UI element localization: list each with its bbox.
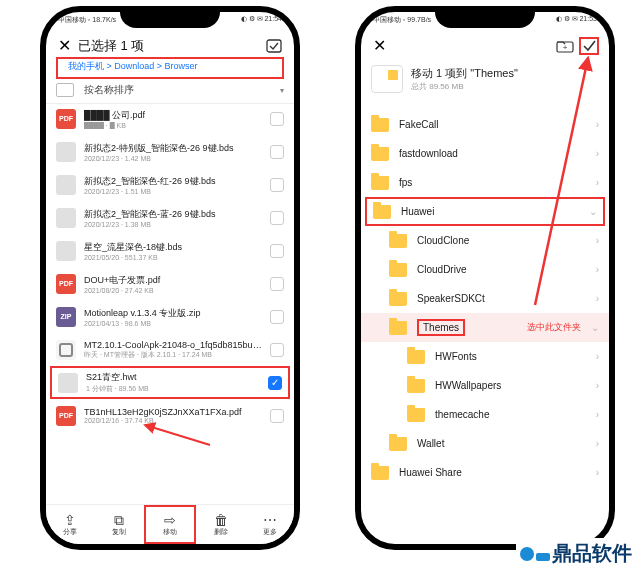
checkbox[interactable]: [270, 277, 284, 291]
move-button[interactable]: ⇨移动: [144, 505, 197, 544]
file-icon: [56, 142, 76, 162]
folder-huawei[interactable]: Huawei⌄: [365, 197, 605, 226]
move-title: 移动 1 项到 "Themes": [411, 66, 518, 81]
select-all-icon[interactable]: [264, 37, 284, 55]
selection-title: 已选择 1 项: [72, 37, 260, 55]
folder-row[interactable]: SpeakerSDKCt›: [361, 284, 609, 313]
list-item[interactable]: ZIPMotionleap v.1.3.4 专业版.zip2021/04/13 …: [46, 300, 294, 333]
close-icon[interactable]: ✕: [371, 36, 387, 55]
notch: [435, 10, 535, 28]
bottom-toolbar: ⇪分享 ⧉复制 ⇨移动 🗑删除 ⋯更多: [46, 504, 294, 544]
chevron-down-icon: ⌄: [589, 206, 597, 217]
file-icon: [56, 175, 76, 195]
folder-row[interactable]: fastdownload›: [361, 139, 609, 168]
share-button[interactable]: ⇪分享: [46, 505, 95, 544]
select-hint: 选中此文件夹: [527, 321, 581, 334]
folder-row[interactable]: Wallet›: [361, 429, 609, 458]
chevron-right-icon: ›: [596, 235, 599, 246]
notch: [120, 10, 220, 28]
chevron-right-icon: ›: [596, 351, 599, 362]
checkbox-checked[interactable]: ✓: [268, 376, 282, 390]
checkbox[interactable]: [270, 310, 284, 324]
confirm-icon[interactable]: [579, 37, 599, 55]
folder-icon: [389, 263, 407, 277]
file-icon: [56, 241, 76, 261]
new-folder-icon[interactable]: [56, 83, 74, 97]
folder-icon: [407, 408, 425, 422]
logo-icon: [536, 553, 550, 561]
folder-icon: [389, 321, 407, 335]
sort-label: 按名称排序: [84, 83, 280, 97]
new-folder-icon[interactable]: +: [555, 37, 575, 55]
chevron-down-icon: ⌄: [591, 322, 599, 333]
folder-row[interactable]: FakeCall›: [361, 110, 609, 139]
folder-row[interactable]: HWWallpapers›: [361, 371, 609, 400]
close-icon[interactable]: ✕: [56, 36, 72, 55]
copy-button[interactable]: ⧉复制: [95, 505, 144, 544]
status-left: 中国移动 ◦ 99.7B/s: [373, 15, 431, 30]
app-icon: [56, 340, 76, 360]
checkbox[interactable]: [270, 112, 284, 126]
chevron-right-icon: ›: [596, 148, 599, 159]
status-right: ◐ ⚙ ✉ 21:53: [556, 15, 597, 30]
folder-icon: [407, 350, 425, 364]
status-right: ◐ ⚙ ✉ 21:54: [241, 15, 282, 30]
logo-icon: [520, 547, 534, 561]
list-item[interactable]: PDFDOU+电子发票.pdf2021/08/20 · 27.42 KB: [46, 267, 294, 300]
header: ✕ +: [361, 30, 609, 57]
pdf-icon: PDF: [56, 406, 76, 426]
breadcrumb[interactable]: 我的手机 > Download > Browser: [56, 57, 284, 79]
file-icon: [56, 208, 76, 228]
folder-row[interactable]: HWFonts›: [361, 342, 609, 371]
phone-right: 中国移动 ◦ 99.7B/s ◐ ⚙ ✉ 21:53 ✕ + 移动 1 项到 "…: [355, 6, 615, 550]
zip-icon: ZIP: [56, 307, 76, 327]
checkbox[interactable]: [270, 343, 284, 357]
status-left: 中国移动 ◦ 18.7K/s: [58, 15, 116, 30]
checkbox[interactable]: [270, 244, 284, 258]
chevron-right-icon: ›: [596, 293, 599, 304]
folder-icon: [389, 292, 407, 306]
folder-icon: [371, 147, 389, 161]
brand-logo: 鼎品软件: [516, 538, 636, 569]
file-to-folder-icon: [371, 65, 403, 93]
list-item[interactable]: 新拟态2-特别版_智能深色-26 9键.bds2020/12/23 · 1.42…: [46, 135, 294, 168]
screen-left: ✕ 已选择 1 项 我的手机 > Download > Browser 按名称排…: [46, 30, 294, 544]
pdf-icon: PDF: [56, 274, 76, 294]
folder-row[interactable]: fps›: [361, 168, 609, 197]
pdf-icon: PDF: [56, 109, 76, 129]
list-item[interactable]: PDFTB1nHL13eH2gK0jSZJnXXaT1FXa.pdf2020/1…: [46, 399, 294, 432]
chevron-right-icon: ›: [596, 438, 599, 449]
svg-rect-0: [267, 40, 281, 52]
folder-row[interactable]: CloudDrive›: [361, 255, 609, 284]
checkbox[interactable]: [270, 178, 284, 192]
move-size: 总共 89.56 MB: [411, 81, 518, 92]
list-item[interactable]: PDF████ 公司.pdf████ · █ KB: [46, 102, 294, 135]
chevron-down-icon: ▾: [280, 86, 284, 95]
list-item[interactable]: MT2.10.1-CoolApk-21048-o_1fq5db815burkhb…: [46, 333, 294, 366]
folder-row[interactable]: themecache›: [361, 400, 609, 429]
list-item[interactable]: 新拟态2_智能深色-蓝-26 9键.bds2020/12/23 · 1.38 M…: [46, 201, 294, 234]
move-info: 移动 1 项到 "Themes" 总共 89.56 MB: [361, 57, 609, 101]
file-list[interactable]: PDF████ 公司.pdf████ · █ KB 新拟态2-特别版_智能深色-…: [46, 102, 294, 504]
list-item-selected[interactable]: S21青空.hwt1 分钟前 · 89.56 MB✓: [50, 366, 290, 399]
header: ✕ 已选择 1 项: [46, 30, 294, 57]
sort-row[interactable]: 按名称排序 ▾: [46, 79, 294, 104]
folder-row[interactable]: CloudClone›: [361, 226, 609, 255]
checkbox[interactable]: [270, 409, 284, 423]
checkbox[interactable]: [270, 211, 284, 225]
chevron-right-icon: ›: [596, 264, 599, 275]
chevron-right-icon: ›: [596, 119, 599, 130]
delete-button[interactable]: 🗑删除: [196, 505, 245, 544]
file-icon: [58, 373, 78, 393]
folder-list[interactable]: FakeCall› fastdownload› fps› Huawei⌄ Clo…: [361, 110, 609, 544]
folder-row[interactable]: Huawei Share›: [361, 458, 609, 487]
folder-themes[interactable]: Themes选中此文件夹⌄: [361, 313, 609, 342]
list-item[interactable]: 新拟态2_智能深色-红-26 9键.bds2020/12/23 · 1.51 M…: [46, 168, 294, 201]
checkbox[interactable]: [270, 145, 284, 159]
phone-left: 中国移动 ◦ 18.7K/s ◐ ⚙ ✉ 21:54 ✕ 已选择 1 项 我的手…: [40, 6, 300, 550]
folder-icon: [371, 118, 389, 132]
svg-text:+: +: [563, 43, 568, 52]
more-button[interactable]: ⋯更多: [245, 505, 294, 544]
list-item[interactable]: 星空_流星深色-18键.bds2021/05/20 · 551.37 KB: [46, 234, 294, 267]
chevron-right-icon: ›: [596, 409, 599, 420]
